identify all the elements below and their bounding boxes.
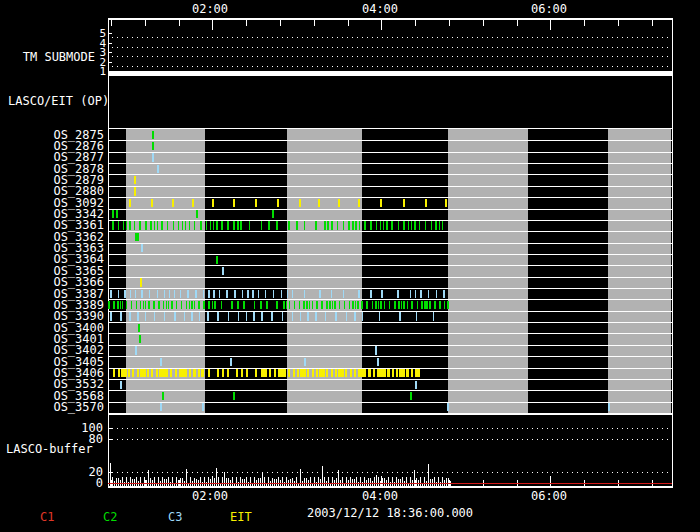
os-event-tick — [361, 301, 363, 309]
os-event-tick — [208, 290, 210, 298]
os-event-tick — [273, 290, 275, 298]
os-event-tick — [172, 199, 174, 207]
os-event-tick — [238, 312, 240, 320]
os-event-tick — [123, 221, 125, 229]
os-event-tick — [425, 199, 427, 207]
os-event-tick — [403, 301, 405, 309]
os-event-tick — [326, 301, 328, 309]
os-event-tick — [345, 369, 347, 377]
os-event-tick — [436, 290, 438, 298]
os-event-tick — [150, 221, 152, 229]
buffer-noise-bar — [112, 477, 113, 486]
os-event-tick — [157, 165, 159, 173]
os-event-tick — [160, 403, 162, 411]
os-event-tick — [380, 199, 382, 207]
buffer-noise-bar — [420, 477, 421, 486]
os-event-tick — [166, 369, 168, 377]
os-event-tick — [141, 244, 143, 252]
os-event-tick — [227, 369, 229, 377]
os-row-separator — [108, 390, 672, 391]
os-event-tick — [326, 369, 328, 377]
os-event-tick — [221, 301, 223, 309]
tm-submode-ytick — [108, 62, 112, 63]
os-event-tick — [108, 301, 110, 309]
os-event-tick — [384, 301, 386, 309]
os-event-tick — [207, 312, 209, 320]
os-event-tick — [331, 290, 333, 298]
os-event-tick — [398, 221, 400, 229]
axis-minor-tick — [415, 20, 416, 26]
os-event-tick — [186, 301, 188, 309]
os-event-tick — [164, 312, 166, 320]
os-row-label: OS_3570 — [40, 401, 104, 414]
os-event-tick — [152, 131, 154, 139]
os-event-tick — [203, 301, 205, 309]
os-event-tick — [249, 221, 251, 229]
os-event-tick — [156, 369, 158, 377]
buffer-noise-bar — [314, 477, 315, 486]
os-event-tick — [426, 301, 428, 309]
os-event-tick — [113, 301, 115, 309]
axis-minor-tick — [179, 20, 180, 26]
os-event-tick — [383, 369, 385, 377]
buffer-noise-bar — [272, 478, 273, 486]
os-event-tick — [403, 221, 405, 229]
os-event-tick — [428, 290, 430, 298]
os-event-tick — [189, 221, 191, 229]
buffer-noise-bar — [208, 477, 209, 486]
os-row-separator — [108, 379, 672, 380]
os-event-tick — [208, 301, 210, 309]
top-axis-line — [108, 18, 672, 20]
os-row-separator — [108, 254, 672, 255]
os-event-tick — [113, 369, 115, 377]
os-event-tick — [304, 290, 306, 298]
os-event-tick — [358, 199, 360, 207]
os-event-tick — [315, 221, 317, 229]
os-event-tick — [331, 221, 333, 229]
os-row-separator — [108, 140, 672, 141]
os-event-tick — [447, 403, 449, 411]
os-row-separator — [108, 288, 672, 289]
c1-buffer-line — [108, 483, 672, 485]
os-event-tick — [241, 369, 243, 377]
buffer-noise-bar — [158, 477, 159, 486]
os-event-tick — [294, 301, 296, 309]
os-event-tick — [292, 290, 294, 298]
os-event-tick — [287, 290, 289, 298]
os-event-tick — [299, 199, 301, 207]
os-event-tick — [129, 199, 131, 207]
os-event-tick — [222, 369, 224, 377]
os-event-tick — [120, 301, 122, 309]
os-event-tick — [398, 301, 400, 309]
os-event-tick — [193, 369, 195, 377]
buffer-noise-bar — [374, 477, 375, 486]
buffer-noise-bar — [396, 477, 397, 486]
os-row-separator — [108, 356, 672, 357]
os-event-tick — [236, 369, 238, 377]
os-event-tick — [126, 301, 128, 309]
os-event-tick — [246, 312, 248, 320]
os-event-tick — [608, 403, 610, 411]
os-event-tick — [375, 346, 377, 354]
os-row-separator — [108, 402, 672, 403]
os-event-tick — [407, 301, 409, 309]
os-event-tick — [334, 301, 336, 309]
buffer-ytick-label: 80 — [72, 433, 103, 446]
buffer-noise-bar — [136, 477, 137, 486]
tm-submode-value-line — [108, 71, 672, 76]
os-event-tick — [213, 290, 215, 298]
os-event-tick — [299, 301, 301, 309]
tm-submode-ytick-label: 1 — [92, 65, 106, 78]
os-event-tick — [445, 199, 447, 207]
axis-minor-tick — [348, 20, 349, 26]
os-event-tick — [364, 221, 366, 229]
buffer-noise-bar — [402, 477, 403, 486]
os-event-tick — [339, 301, 341, 309]
os-event-tick — [394, 301, 396, 309]
axis-minor-tick — [246, 20, 247, 26]
os-event-tick — [332, 301, 334, 309]
buffer-gridline — [112, 428, 670, 429]
os-event-tick — [379, 312, 381, 320]
legend-item-c1: C1 — [40, 511, 74, 524]
buffer-noise-bar — [360, 477, 361, 486]
